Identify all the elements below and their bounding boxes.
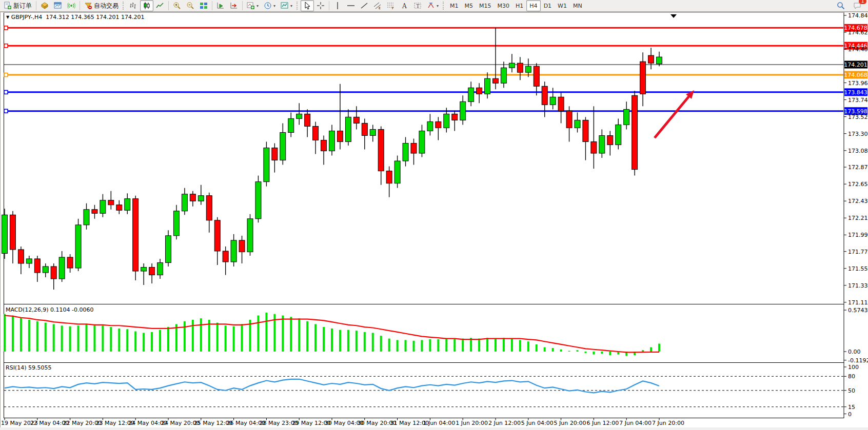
channel-tool[interactable]: E <box>371 0 384 11</box>
vertical-line-tool[interactable] <box>331 0 344 11</box>
chat-unread-badge: 1 <box>859 0 866 4</box>
timeframe-button-M5[interactable]: M5 <box>462 0 477 11</box>
candle <box>550 97 556 105</box>
price-tick-label: 172.650 <box>848 181 868 188</box>
timeframe-button-H4[interactable]: H4 <box>526 0 540 11</box>
candle <box>386 171 392 183</box>
price-tick-label: 174.620 <box>848 29 868 36</box>
bar-chart-button[interactable] <box>127 0 140 11</box>
search-button[interactable] <box>834 0 847 11</box>
chart-window-icon <box>54 2 62 10</box>
candle <box>378 129 384 171</box>
crosshair-icon <box>317 2 325 10</box>
line-chart-button[interactable] <box>153 0 167 11</box>
arrows-tool[interactable]: ▾ <box>424 0 441 11</box>
auto-scroll-button[interactable] <box>214 0 227 11</box>
horizontal-line-tool[interactable] <box>344 0 358 11</box>
auto-trading-button[interactable]: 自动交易 <box>82 0 121 11</box>
candle <box>632 95 638 169</box>
line-anchor-marker[interactable] <box>4 44 8 48</box>
candle <box>362 123 367 135</box>
svg-text:T: T <box>417 4 420 9</box>
chart-shift-marker[interactable] <box>670 14 677 18</box>
candle <box>305 114 310 126</box>
bar-chart-icon <box>129 2 137 10</box>
time-tick-label: 7 Jun 20:00 <box>652 420 684 426</box>
price-chart[interactable]: 174.678174.446174.201174.068173.843173.5… <box>0 0 868 430</box>
candle <box>648 55 654 63</box>
text-tool[interactable]: A <box>398 0 411 11</box>
candle <box>452 114 458 120</box>
price-level-badge-text: 174.201 <box>844 62 867 68</box>
timeframe-button-M15[interactable]: M15 <box>476 0 495 11</box>
label-tool[interactable]: T <box>411 0 424 11</box>
trendline-icon <box>360 2 368 10</box>
timeframe-button-D1[interactable]: D1 <box>541 0 555 11</box>
dropdown-arrow: ▾ <box>273 4 275 8</box>
crosshair-tool-button[interactable] <box>314 0 327 11</box>
candle <box>92 210 97 214</box>
line-anchor-marker[interactable] <box>4 90 8 94</box>
dropdown-arrow: ▾ <box>257 4 259 8</box>
rsi-line <box>5 379 659 393</box>
time-tick-label: 1 Jun 20:00 <box>456 420 488 426</box>
candle <box>75 225 81 268</box>
candle <box>43 267 48 273</box>
candle <box>525 66 531 72</box>
line-anchor-marker[interactable] <box>4 73 8 77</box>
candle <box>477 88 482 94</box>
line-chart-icon <box>156 2 164 10</box>
candle <box>419 131 425 153</box>
zoom-in-icon <box>173 2 181 10</box>
line-anchor-marker[interactable] <box>4 26 8 30</box>
candle <box>517 63 523 72</box>
chart-shift-button[interactable] <box>227 0 241 11</box>
chart-window-button[interactable] <box>51 0 65 11</box>
candle <box>493 78 499 83</box>
timeframe-button-M30[interactable]: M30 <box>495 0 513 11</box>
templates-button[interactable]: ▾ <box>278 0 295 11</box>
candle <box>108 200 114 205</box>
new-order-label: 新订单 <box>13 2 32 10</box>
text-icon: A <box>400 2 408 10</box>
tile-windows-button[interactable] <box>197 0 210 11</box>
trendline-tool[interactable] <box>358 0 371 11</box>
price-tick-label: 171.775 <box>848 249 868 255</box>
price-tick-label: 174.400 <box>848 46 868 53</box>
candle <box>394 161 400 183</box>
macd-tick-label: -0.1192 <box>848 357 868 364</box>
macd-label: MACD(12,26,9) 0.1104 -0.0060 <box>6 306 93 313</box>
candle <box>436 121 441 128</box>
chat-button[interactable]: 1 <box>851 0 864 11</box>
signals-button[interactable] <box>65 0 78 11</box>
price-tick-label: 173.305 <box>848 131 868 137</box>
cursor-tool-button[interactable] <box>301 0 314 11</box>
auto-scroll-icon <box>216 2 225 10</box>
zoom-in-button[interactable] <box>170 0 184 11</box>
candle <box>2 215 8 253</box>
candle <box>657 57 662 64</box>
timeframe-button-W1[interactable]: W1 <box>555 0 570 11</box>
zoom-out-button[interactable] <box>184 0 197 11</box>
signals-icon <box>67 2 75 10</box>
indicators-button[interactable]: ▾ <box>244 0 261 11</box>
rsi-tick-label: 50 <box>848 387 855 394</box>
candle <box>18 250 24 263</box>
timeframe-button-MN[interactable]: MN <box>570 0 585 11</box>
timeframe-button-H1[interactable]: H1 <box>512 0 526 11</box>
market-watch-button[interactable] <box>38 0 51 11</box>
candle <box>353 117 359 123</box>
fibonacci-tool[interactable]: F <box>384 0 398 11</box>
timeframe-button-M1[interactable]: M1 <box>447 0 462 11</box>
dropdown-arrow: ▾ <box>437 4 439 8</box>
collapse-icon[interactable]: ▼ <box>6 15 9 19</box>
candle <box>558 97 564 111</box>
new-order-button[interactable]: 新订单 <box>1 0 34 11</box>
svg-text:A: A <box>402 3 407 10</box>
candlestick-chart-button[interactable] <box>140 0 153 11</box>
line-anchor-marker[interactable] <box>4 109 8 113</box>
candlestick-icon <box>143 2 151 10</box>
periods-button[interactable]: ▾ <box>261 0 278 11</box>
auto-trading-icon <box>84 2 92 10</box>
trend-arrow[interactable] <box>655 96 689 138</box>
